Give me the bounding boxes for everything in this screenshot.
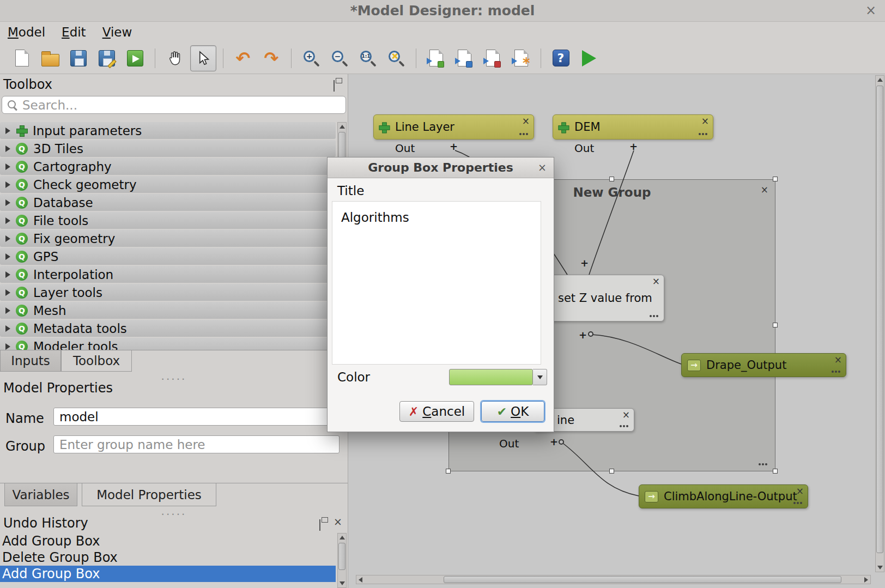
search-input[interactable] [22,98,328,112]
color-swatch[interactable] [449,369,533,385]
toolbox-item-cartography[interactable]: Q Cartography [0,158,336,175]
toolbox-item-layer-tools[interactable]: Q Layer tools [0,284,336,301]
toolbox-item-gps[interactable]: Q GPS [0,248,336,265]
remove-node-icon[interactable]: × [622,409,630,420]
toolbox-item-database[interactable]: Q Database [0,194,336,211]
toolbox-item-check-geometry[interactable]: Q Check geometry [0,176,336,193]
redo-button[interactable]: ↷ [258,45,284,71]
window-close-icon[interactable]: × [865,3,876,18]
expander-icon[interactable] [5,271,10,278]
node-drape-output[interactable]: → Drape_Output × [681,353,846,377]
tab-inputs[interactable]: Inputs [0,350,61,372]
dialog-close-icon[interactable]: × [538,161,547,173]
tab-variables[interactable]: Variables [4,483,77,506]
cancel-button[interactable]: ✗ Cancel [399,401,474,422]
export-pdf-button[interactable] [480,45,506,71]
toolbox-item-metadata-tools[interactable]: Q Metadata tools [0,320,336,337]
select-tool-button[interactable] [190,45,216,71]
toolbox-item-3d-tiles[interactable]: Q 3D Tiles [0,140,336,157]
node-climbalongline-output[interactable]: → ClimbAlongLine-Output × [639,484,808,508]
toolbox-item-input-parameters[interactable]: Input parameters [0,122,336,139]
remove-node-icon[interactable]: × [652,276,660,287]
expander-icon[interactable] [5,235,10,242]
color-dropdown-button[interactable] [533,369,547,385]
menu-edit[interactable]: Edit [62,25,86,39]
expand-dots-icon[interactable] [650,315,652,317]
expand-plus-icon[interactable]: + [629,142,638,151]
expand-plus-icon[interactable]: + [550,437,558,447]
dialog-titlebar[interactable]: Group Box Properties × [328,157,554,178]
expander-icon[interactable] [5,253,10,260]
expand-plus-icon[interactable]: + [580,258,589,268]
node-line-layer[interactable]: Line Layer × [373,114,534,140]
float-panel-icon[interactable] [319,519,320,531]
float-panel-icon[interactable] [334,80,335,92]
undo-scrollbar[interactable] [337,533,347,588]
save-in-project-button[interactable] [122,45,148,71]
expand-dots-icon[interactable] [793,502,796,504]
expand-plus-icon[interactable]: + [579,330,587,340]
remove-node-icon[interactable]: × [834,354,842,365]
expander-icon[interactable] [5,199,10,206]
toolbox-item-fix-geometry[interactable]: Q Fix geometry [0,230,336,247]
expand-dots-icon[interactable] [519,133,522,135]
zoom-out-button[interactable]: − [326,45,353,71]
node-dem[interactable]: DEM × [553,114,713,140]
selection-handle[interactable] [609,177,614,181]
undo-item-selected[interactable]: Add Group Box [0,566,336,582]
selection-handle[interactable] [773,469,778,474]
toolbox-item-modeler-tools[interactable]: Q Modeler tools [0,338,336,350]
remove-node-icon[interactable]: × [701,116,709,126]
save-model-button[interactable] [65,45,92,71]
export-script-button[interactable]: * [508,45,534,71]
selection-handle[interactable] [773,323,778,328]
undo-button[interactable]: ↶ [230,45,256,71]
remove-node-icon[interactable]: × [522,116,530,126]
expander-icon[interactable] [5,343,10,350]
expander-icon[interactable] [5,128,10,134]
scrollbar-thumb[interactable] [338,543,345,570]
output-socket[interactable] [588,331,593,337]
model-name-field[interactable] [53,408,346,426]
scroll-down-icon[interactable] [338,579,346,587]
open-model-button[interactable] [37,45,63,71]
toolbox-item-mesh[interactable]: Q Mesh [0,302,336,319]
zoom-actual-button[interactable]: 1:1 [355,45,381,71]
toolbox-item-interpolation[interactable]: Q Interpolation [0,266,336,283]
expand-dots-icon[interactable] [699,133,701,135]
undo-item[interactable]: Add Group Box [0,533,336,549]
expand-dots-icon[interactable] [832,371,834,373]
zoom-full-button[interactable] [383,45,409,71]
group-title-textedit[interactable]: Algorithms [332,201,541,365]
pan-button[interactable] [162,45,188,71]
zoom-in-button[interactable]: + [298,45,324,71]
remove-node-icon[interactable]: × [796,486,804,496]
expand-plus-icon[interactable]: + [450,142,458,151]
export-image-button[interactable] [423,45,449,71]
expander-icon[interactable] [5,289,10,296]
menu-view[interactable]: View [102,25,132,39]
save-model-as-button[interactable] [94,45,120,71]
selection-handle[interactable] [773,177,778,181]
help-button[interactable]: ? [548,45,574,71]
tab-model-properties[interactable]: Model Properties [82,483,216,506]
close-panel-icon[interactable]: × [334,517,342,527]
expander-icon[interactable] [5,307,10,314]
expander-icon[interactable] [5,325,10,332]
run-model-button[interactable] [576,45,602,71]
undo-item[interactable]: Delete Group Box [0,549,336,566]
selection-handle[interactable] [609,469,614,474]
output-socket[interactable] [559,439,564,445]
expand-dots-icon[interactable] [620,425,622,427]
toolbox-item-file-tools[interactable]: Q File tools [0,212,336,229]
scroll-up-icon[interactable] [338,534,346,542]
expander-icon[interactable] [5,181,10,188]
ok-button[interactable]: ✔ OK [481,401,544,422]
selection-handle[interactable] [446,469,451,474]
export-svg-button[interactable] [451,45,477,71]
menu-model[interactable]: Model [8,25,45,39]
expander-icon[interactable] [5,146,10,152]
tab-toolbox[interactable]: Toolbox [61,350,132,372]
expander-icon[interactable] [5,163,10,170]
new-model-button[interactable] [9,45,35,71]
